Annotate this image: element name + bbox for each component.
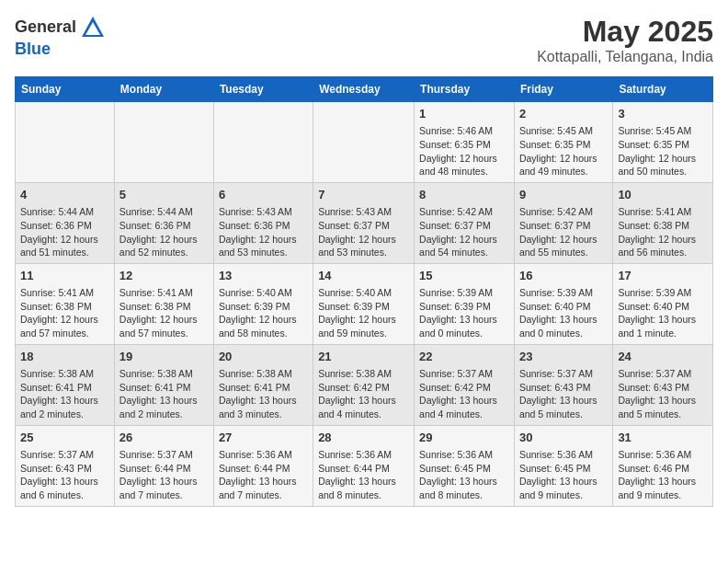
day-number: 30 [519,430,608,446]
day-cell: 26Sunrise: 5:37 AM Sunset: 6:44 PM Dayli… [114,425,213,506]
day-header-friday: Friday [514,77,612,102]
day-cell: 5Sunrise: 5:44 AM Sunset: 6:36 PM Daylig… [114,182,213,263]
day-cell: 11Sunrise: 5:41 AM Sunset: 6:38 PM Dayli… [16,263,115,344]
day-cell: 10Sunrise: 5:41 AM Sunset: 6:38 PM Dayli… [613,182,713,263]
day-number: 20 [219,349,308,365]
day-info: Sunrise: 5:40 AM Sunset: 6:39 PM Dayligh… [219,286,308,340]
day-info: Sunrise: 5:39 AM Sunset: 6:40 PM Dayligh… [618,286,708,340]
day-cell: 27Sunrise: 5:36 AM Sunset: 6:44 PM Dayli… [213,425,313,506]
day-cell [313,102,415,183]
day-info: Sunrise: 5:44 AM Sunset: 6:36 PM Dayligh… [20,205,109,259]
logo-blue: Blue [15,40,106,59]
day-cell: 4Sunrise: 5:44 AM Sunset: 6:36 PM Daylig… [16,182,115,263]
day-cell: 18Sunrise: 5:38 AM Sunset: 6:41 PM Dayli… [16,344,115,425]
day-number: 15 [419,268,509,284]
day-cell [16,102,115,183]
day-info: Sunrise: 5:37 AM Sunset: 6:44 PM Dayligh… [119,448,209,502]
day-info: Sunrise: 5:43 AM Sunset: 6:37 PM Dayligh… [318,205,409,259]
day-number: 2 [519,106,608,122]
day-cell [114,102,213,183]
day-cell: 29Sunrise: 5:36 AM Sunset: 6:45 PM Dayli… [415,425,515,506]
day-cell: 9Sunrise: 5:42 AM Sunset: 6:37 PM Daylig… [514,182,612,263]
day-cell: 7Sunrise: 5:43 AM Sunset: 6:37 PM Daylig… [313,182,415,263]
week-row-4: 18Sunrise: 5:38 AM Sunset: 6:41 PM Dayli… [16,344,713,425]
day-info: Sunrise: 5:45 AM Sunset: 6:35 PM Dayligh… [618,124,708,178]
day-number: 31 [618,430,708,446]
day-info: Sunrise: 5:37 AM Sunset: 6:42 PM Dayligh… [419,367,509,421]
day-info: Sunrise: 5:38 AM Sunset: 6:41 PM Dayligh… [20,367,109,421]
day-header-thursday: Thursday [415,77,515,102]
day-number: 23 [519,349,608,365]
logo-icon [80,15,106,40]
day-number: 26 [119,430,209,446]
day-number: 22 [419,349,509,365]
day-number: 7 [318,187,409,203]
title-block: May 2025 Kottapalli, Telangana, India [537,15,713,65]
day-number: 16 [519,268,608,284]
day-info: Sunrise: 5:41 AM Sunset: 6:38 PM Dayligh… [20,286,109,340]
day-number: 9 [519,187,608,203]
day-number: 25 [20,430,109,446]
day-info: Sunrise: 5:38 AM Sunset: 6:42 PM Dayligh… [318,367,409,421]
day-info: Sunrise: 5:38 AM Sunset: 6:41 PM Dayligh… [119,367,209,421]
day-info: Sunrise: 5:39 AM Sunset: 6:39 PM Dayligh… [419,286,509,340]
day-number: 5 [119,187,209,203]
day-number: 12 [119,268,209,284]
logo-general: General [15,18,76,37]
day-header-wednesday: Wednesday [313,77,415,102]
day-cell: 3Sunrise: 5:45 AM Sunset: 6:35 PM Daylig… [613,102,713,183]
day-number: 4 [20,187,109,203]
day-cell: 25Sunrise: 5:37 AM Sunset: 6:43 PM Dayli… [16,425,115,506]
day-info: Sunrise: 5:36 AM Sunset: 6:45 PM Dayligh… [519,448,608,502]
week-row-5: 25Sunrise: 5:37 AM Sunset: 6:43 PM Dayli… [16,425,713,506]
day-info: Sunrise: 5:44 AM Sunset: 6:36 PM Dayligh… [119,205,209,259]
day-cell: 2Sunrise: 5:45 AM Sunset: 6:35 PM Daylig… [514,102,612,183]
header-row: SundayMondayTuesdayWednesdayThursdayFrid… [16,77,713,102]
day-info: Sunrise: 5:36 AM Sunset: 6:44 PM Dayligh… [219,448,308,502]
day-number: 28 [318,430,409,446]
day-number: 29 [419,430,509,446]
day-cell: 16Sunrise: 5:39 AM Sunset: 6:40 PM Dayli… [514,263,612,344]
day-number: 1 [419,106,509,122]
day-cell: 8Sunrise: 5:42 AM Sunset: 6:37 PM Daylig… [415,182,515,263]
day-number: 24 [618,349,708,365]
day-cell: 20Sunrise: 5:38 AM Sunset: 6:41 PM Dayli… [213,344,313,425]
day-info: Sunrise: 5:36 AM Sunset: 6:46 PM Dayligh… [618,448,708,502]
day-cell: 13Sunrise: 5:40 AM Sunset: 6:39 PM Dayli… [213,263,313,344]
day-number: 18 [20,349,109,365]
day-number: 13 [219,268,308,284]
day-cell: 6Sunrise: 5:43 AM Sunset: 6:36 PM Daylig… [213,182,313,263]
day-cell: 24Sunrise: 5:37 AM Sunset: 6:43 PM Dayli… [613,344,713,425]
day-cell: 14Sunrise: 5:40 AM Sunset: 6:39 PM Dayli… [313,263,415,344]
day-cell: 30Sunrise: 5:36 AM Sunset: 6:45 PM Dayli… [514,425,612,506]
page-header: General Blue May 2025 Kottapalli, Telang… [15,15,713,65]
day-number: 17 [618,268,708,284]
day-info: Sunrise: 5:42 AM Sunset: 6:37 PM Dayligh… [419,205,509,259]
day-cell: 15Sunrise: 5:39 AM Sunset: 6:39 PM Dayli… [415,263,515,344]
day-info: Sunrise: 5:36 AM Sunset: 6:45 PM Dayligh… [419,448,509,502]
day-header-saturday: Saturday [613,77,713,102]
day-info: Sunrise: 5:43 AM Sunset: 6:36 PM Dayligh… [219,205,308,259]
day-number: 21 [318,349,409,365]
day-info: Sunrise: 5:41 AM Sunset: 6:38 PM Dayligh… [618,205,708,259]
day-info: Sunrise: 5:37 AM Sunset: 6:43 PM Dayligh… [519,367,608,421]
day-number: 27 [219,430,308,446]
day-info: Sunrise: 5:36 AM Sunset: 6:44 PM Dayligh… [318,448,409,502]
day-cell: 1Sunrise: 5:46 AM Sunset: 6:35 PM Daylig… [415,102,515,183]
day-number: 19 [119,349,209,365]
day-cell: 19Sunrise: 5:38 AM Sunset: 6:41 PM Dayli… [114,344,213,425]
location: Kottapalli, Telangana, India [537,49,713,65]
month-year: May 2025 [537,15,713,49]
day-cell: 23Sunrise: 5:37 AM Sunset: 6:43 PM Dayli… [514,344,612,425]
day-info: Sunrise: 5:46 AM Sunset: 6:35 PM Dayligh… [419,124,509,178]
day-number: 3 [618,106,708,122]
day-number: 8 [419,187,509,203]
day-header-monday: Monday [114,77,213,102]
day-header-sunday: Sunday [16,77,115,102]
day-info: Sunrise: 5:42 AM Sunset: 6:37 PM Dayligh… [519,205,608,259]
day-info: Sunrise: 5:37 AM Sunset: 6:43 PM Dayligh… [618,367,708,421]
week-row-1: 1Sunrise: 5:46 AM Sunset: 6:35 PM Daylig… [16,102,713,183]
day-cell [213,102,313,183]
day-info: Sunrise: 5:38 AM Sunset: 6:41 PM Dayligh… [219,367,308,421]
day-cell: 28Sunrise: 5:36 AM Sunset: 6:44 PM Dayli… [313,425,415,506]
